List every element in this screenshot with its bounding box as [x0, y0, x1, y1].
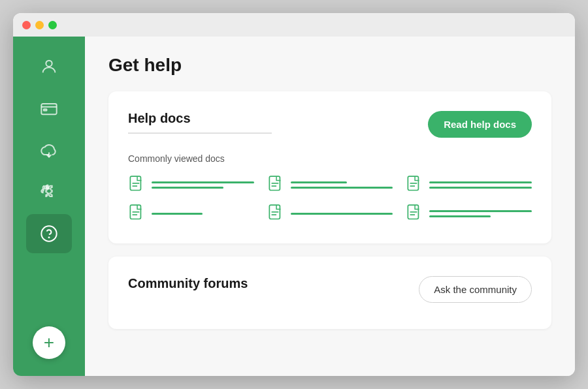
- add-button[interactable]: +: [33, 326, 65, 359]
- community-title: Community forums: [128, 276, 248, 291]
- document-icon: [406, 204, 423, 224]
- doc-line: [152, 187, 223, 189]
- community-card: Community forums Ask the community: [108, 257, 551, 329]
- plus-icon: +: [44, 334, 54, 352]
- svg-point-3: [41, 226, 56, 241]
- doc-lines: [291, 213, 393, 215]
- minimize-button[interactable]: [35, 21, 44, 29]
- doc-line: [291, 213, 393, 215]
- doc-line: [429, 181, 532, 183]
- document-icon: [267, 204, 284, 224]
- document-icon: [406, 176, 423, 195]
- document-icon: [128, 176, 145, 195]
- list-item[interactable]: [267, 176, 393, 195]
- doc-lines: [429, 210, 532, 217]
- svg-point-0: [46, 61, 52, 67]
- sidebar-item-help[interactable]: [26, 214, 72, 253]
- doc-line: [152, 213, 203, 215]
- help-docs-title-area: Help docs: [128, 111, 272, 147]
- help-docs-header: Help docs Read help docs: [128, 111, 532, 147]
- doc-line: [429, 215, 491, 217]
- sidebar: +: [13, 37, 85, 376]
- sidebar-item-billing[interactable]: [26, 89, 72, 128]
- list-item[interactable]: [267, 204, 393, 224]
- doc-line: [152, 181, 254, 183]
- help-docs-divider: [128, 132, 272, 134]
- maximize-button[interactable]: [48, 21, 57, 29]
- ask-community-button[interactable]: Ask the community: [419, 276, 532, 303]
- community-header: Community forums Ask the community: [128, 276, 532, 303]
- list-item[interactable]: [128, 204, 254, 224]
- list-item[interactable]: [128, 176, 254, 195]
- read-help-docs-button[interactable]: Read help docs: [428, 111, 532, 138]
- cloud-icon: [40, 141, 58, 159]
- main-content: Get help Help docs Read help docs Common…: [85, 37, 575, 376]
- doc-lines: [152, 213, 254, 215]
- sidebar-item-cloud[interactable]: [26, 131, 72, 170]
- list-item[interactable]: [406, 176, 532, 195]
- sidebar-item-profile[interactable]: [26, 47, 72, 86]
- help-docs-title: Help docs: [128, 111, 272, 126]
- app-body: + Get help Help docs Read help docs Comm…: [13, 37, 575, 376]
- app-window: + Get help Help docs Read help docs Comm…: [13, 13, 575, 376]
- help-docs-card: Help docs Read help docs Commonly viewed…: [108, 91, 551, 243]
- document-icon: [267, 176, 284, 195]
- doc-lines: [152, 181, 254, 189]
- doc-lines: [429, 181, 532, 189]
- document-icon: [128, 204, 145, 224]
- doc-lines: [291, 181, 393, 189]
- question-icon: [40, 225, 58, 243]
- doc-line: [291, 187, 393, 189]
- docs-grid: [128, 176, 532, 224]
- sidebar-item-integrations[interactable]: [26, 172, 72, 211]
- commonly-viewed-label: Commonly viewed docs: [128, 153, 532, 164]
- doc-line: [429, 187, 532, 189]
- svg-rect-2: [44, 109, 47, 110]
- card-icon: [40, 99, 58, 117]
- doc-line: [429, 210, 532, 212]
- page-title: Get help: [108, 55, 551, 76]
- person-icon: [40, 57, 58, 76]
- doc-line: [291, 181, 347, 183]
- puzzle-icon: [40, 183, 58, 201]
- close-button[interactable]: [22, 21, 31, 29]
- titlebar: [13, 13, 575, 37]
- list-item[interactable]: [406, 204, 532, 224]
